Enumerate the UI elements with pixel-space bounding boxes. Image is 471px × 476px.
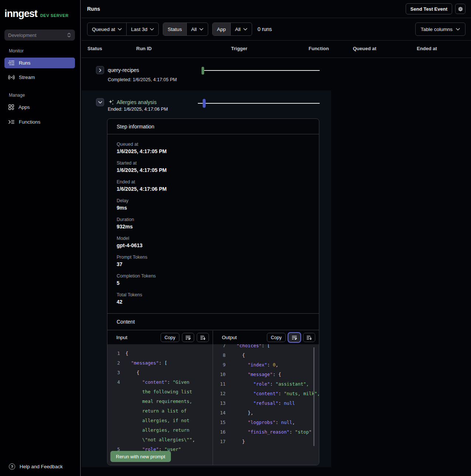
sidebar-item-label: Functions: [19, 119, 41, 125]
settings-button[interactable]: [455, 4, 465, 14]
table-columns-label: Table columns: [421, 27, 453, 32]
step-info-field: Duration932ms: [117, 217, 310, 230]
output-scrollbar[interactable]: [313, 347, 314, 446]
wrap-text-icon: [185, 335, 191, 340]
time-field-dropdown[interactable]: Queued at: [87, 23, 126, 35]
step-detail-card: Step information Queued at1/6/2025, 4:17…: [107, 118, 319, 465]
sidebar: inngest DEV SERVER Development Monitor R…: [0, 0, 81, 476]
run-id-link[interactable]: query-recipes: [108, 67, 139, 73]
chevron-right-icon: [99, 68, 102, 72]
expand-row-button[interactable]: [96, 66, 104, 74]
page-title: Runs: [87, 6, 100, 12]
step-info-field: Completion Tokens5: [117, 273, 310, 286]
chevron-down-icon: [456, 28, 460, 31]
collapse-row-button[interactable]: [96, 98, 104, 106]
wrap-text-icon: [292, 335, 297, 340]
apps-icon: [8, 104, 14, 110]
output-scroll-bottom-button[interactable]: [303, 333, 315, 342]
step-info-field: Delay9ms: [117, 198, 310, 211]
rerun-with-new-prompt-button[interactable]: Rerun with new prompt: [110, 451, 171, 462]
runs-icon: [8, 60, 15, 66]
step-info-field: Ended at1/6/2025, 4:17:06 PM: [117, 179, 310, 192]
chevron-down-icon: [118, 28, 122, 31]
runs-count: 0 runs: [258, 26, 272, 32]
status-filter-dropdown[interactable]: All: [186, 23, 208, 35]
sidebar-item-functions[interactable]: Functions: [4, 117, 75, 127]
sidebar-item-label: Runs: [19, 60, 31, 66]
run-status-line: Completed: 1/6/2025, 4:17:05 PM: [108, 77, 177, 82]
time-range-value: Last 3d: [131, 27, 147, 32]
help-label: Help and Feedback: [20, 464, 63, 469]
timeline-line: [206, 103, 320, 104]
status-pill-completed: [202, 67, 204, 75]
column-header: Trigger: [231, 46, 247, 51]
column-header: Function: [309, 46, 329, 51]
env-label: DEV SERVER: [40, 13, 69, 18]
column-header: Status: [87, 46, 102, 51]
input-code-editor[interactable]: 1{2 "messages": [3 {4 "content": "Given …: [107, 344, 213, 465]
output-pane-toolbar: Output Copy: [213, 331, 319, 344]
main-content: Runs Send Test Event Queued at Last 3d: [82, 0, 471, 476]
input-pane-toolbar: Input Copy: [107, 331, 213, 344]
column-header: Run ID: [136, 46, 152, 51]
output-pane-title: Output: [222, 335, 237, 340]
timeline-line: [204, 70, 320, 71]
sidebar-item-runs[interactable]: Runs: [4, 58, 75, 68]
brand: inngest DEV SERVER: [4, 8, 69, 20]
timeline-line: [198, 103, 203, 104]
sidebar-item-label: Stream: [19, 75, 35, 80]
column-header: Queued at: [353, 46, 377, 51]
filter-bar: Queued at Last 3d Status All App All 0 r…: [82, 18, 471, 41]
inngest-logo: inngest: [4, 8, 37, 20]
step-name-link[interactable]: Allergies analysis: [117, 99, 157, 105]
sidebar-section-monitor: Monitor: [9, 48, 24, 54]
stream-icon: [8, 75, 15, 80]
step-info-field: Queued at1/6/2025, 4:17:05 PM: [117, 142, 310, 154]
chevron-down-icon: [199, 28, 203, 31]
table-row: query-recipes Completed: 1/6/2025, 4:17:…: [82, 58, 471, 90]
output-wrap-text-button[interactable]: [288, 333, 300, 342]
send-test-event-button[interactable]: Send Test Event: [406, 3, 452, 14]
time-filter: Queued at Last 3d: [87, 23, 159, 36]
input-wrap-text-button[interactable]: [182, 333, 194, 342]
help-and-feedback[interactable]: ? Help and Feedback: [9, 463, 63, 470]
app-filter-label: App: [213, 23, 230, 35]
step-info-field: Total Tokens42: [117, 292, 310, 305]
gear-icon: [457, 6, 464, 12]
table-columns-button[interactable]: Table columns: [415, 23, 465, 36]
help-icon: ?: [9, 463, 15, 470]
sidebar-section-manage: Manage: [9, 93, 25, 98]
step-information-fields: Queued at1/6/2025, 4:17:05 PMStarted at1…: [107, 134, 319, 305]
status-filter: Status All: [163, 23, 208, 36]
output-code-editor[interactable]: 7 "choices": [8 {9 "index": 0,10 "messag…: [213, 344, 319, 465]
step-information-header: Step information: [107, 119, 319, 134]
input-pane: Input Copy: [107, 331, 213, 465]
status-filter-label: Status: [163, 23, 186, 35]
status-filter-value: All: [191, 27, 197, 32]
column-header: Ended at: [417, 46, 437, 51]
app-filter-value: All: [235, 27, 241, 32]
chevron-down-icon: [98, 101, 102, 104]
chevrons-up-down-icon: [67, 32, 71, 38]
content-header: Content: [107, 314, 319, 330]
sidebar-item-apps[interactable]: Apps: [4, 102, 75, 113]
output-pane: Output Copy: [213, 331, 319, 465]
table-header: StatusRun IDTriggerFunctionQueued atEnde…: [82, 41, 471, 58]
workspace-select-value: Development: [8, 32, 37, 38]
table-row-expanded: Allergies analysis Ended: 1/6/2025, 4:17…: [82, 90, 331, 467]
sidebar-item-stream[interactable]: Stream: [4, 72, 75, 83]
app-filter-dropdown[interactable]: All: [230, 23, 252, 35]
workspace-select[interactable]: Development: [4, 30, 75, 41]
step-status-line: Ended: 1/6/2025, 4:17:06 PM: [108, 107, 168, 112]
chevron-down-icon: [243, 28, 247, 31]
input-scroll-bottom-button[interactable]: [197, 333, 209, 342]
topbar: Runs Send Test Event: [82, 0, 471, 18]
scroll-to-bottom-icon: [306, 335, 312, 340]
chevron-down-icon: [150, 28, 154, 31]
ai-sparkles-icon: [108, 99, 114, 106]
sidebar-item-label: Apps: [18, 104, 30, 110]
input-copy-button[interactable]: Copy: [161, 333, 179, 342]
time-field-value: Queued at: [92, 27, 115, 32]
output-copy-button[interactable]: Copy: [267, 333, 286, 342]
time-range-dropdown[interactable]: Last 3d: [126, 23, 158, 35]
